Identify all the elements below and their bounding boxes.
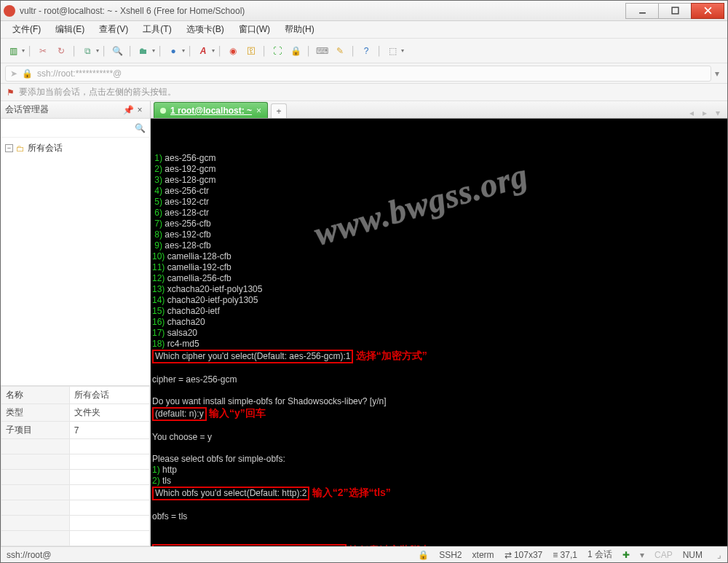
tab-menu-icon[interactable]: ▾ <box>711 108 724 118</box>
app-window: vultr - root@localhost: ~ - Xshell 6 (Fr… <box>0 0 728 563</box>
folder-icon[interactable]: 🖿 <box>135 43 151 59</box>
new-session-icon[interactable]: ▥ <box>5 43 21 59</box>
menu-tabs[interactable]: 选项卡(B) <box>181 22 230 37</box>
sidebar-header: 会话管理器 📌 × <box>1 101 150 119</box>
maximize-button[interactable] <box>658 3 692 19</box>
title-bar: vultr - root@localhost: ~ - Xshell 6 (Fr… <box>1 1 727 21</box>
prop-val <box>69 439 149 454</box>
collapse-icon[interactable]: − <box>5 144 13 152</box>
status-sessions: 1 会话 <box>587 548 612 561</box>
new-tab-button[interactable]: + <box>271 103 287 118</box>
tree-root[interactable]: − 🗀 所有会话 <box>5 142 146 154</box>
toolbar: ▥▾ │ ✂ ↻ │ ⧉▾ │ 🔍 │ 🖿▾ │ ●▾ │ A▾ │ ◉ ⚿ │… <box>1 39 727 63</box>
fullscreen-icon[interactable]: ⛶ <box>269 43 285 59</box>
window-buttons <box>626 3 724 19</box>
menu-help[interactable]: 帮助(H) <box>279 22 320 37</box>
prop-key: 子项目 <box>1 422 70 439</box>
sidebar-title: 会话管理器 <box>5 103 49 116</box>
status-bar: ssh://root@ 🔒 SSH2 xterm ⇄ 107x37 ≡ 37,1… <box>1 546 727 562</box>
status-conn: ssh://root@ <box>7 550 52 560</box>
menu-window[interactable]: 窗口(W) <box>233 22 276 37</box>
prop-val: 所有会话 <box>69 387 149 404</box>
pin-icon[interactable]: 📌 <box>122 105 134 115</box>
tab-close-icon[interactable]: × <box>256 106 261 116</box>
sidebar: 会话管理器 📌 × 🔍 − 🗀 所有会话 名称所有会话 类型文件夹 子 <box>1 101 151 546</box>
menu-tools[interactable]: 工具(T) <box>137 22 177 37</box>
flag-icon: ⚑ <box>7 87 15 98</box>
minimize-button[interactable] <box>625 3 659 19</box>
sidebar-close-icon[interactable]: × <box>134 105 146 115</box>
main: 1 root@localhost: ~ × + ◂ ▸ ▾ www.bwgss.… <box>151 101 727 546</box>
status-dot-icon <box>160 108 166 114</box>
menu-file[interactable]: 文件(F) <box>7 22 47 37</box>
globe-icon[interactable]: ● <box>165 43 181 59</box>
prop-key: 名称 <box>1 387 70 404</box>
prop-val: 文件夹 <box>69 404 149 422</box>
address-input[interactable]: ➤ 🔒 ssh://root:***********@ <box>5 66 711 82</box>
hint-bar: ⚑ 要添加当前会话，点击左侧的箭头按钮。 <box>1 84 727 101</box>
status-ssh: SSH2 <box>439 550 462 560</box>
status-lock-icon: 🔒 <box>418 550 429 560</box>
menu-bar: 文件(F) 编辑(E) 查看(V) 工具(T) 选项卡(B) 窗口(W) 帮助(… <box>1 21 727 39</box>
close-button[interactable] <box>691 3 724 19</box>
tab-nav-left-icon[interactable]: ◂ <box>685 108 698 118</box>
hint-text: 要添加当前会话，点击左侧的箭头按钮。 <box>19 86 176 98</box>
tree-root-label: 所有会话 <box>28 142 63 154</box>
tab-label: 1 root@localhost: ~ <box>170 106 252 116</box>
menu-edit[interactable]: 编辑(E) <box>50 22 90 37</box>
body: 会话管理器 📌 × 🔍 − 🗀 所有会话 名称所有会话 类型文件夹 子 <box>1 101 727 546</box>
prop-val: 7 <box>69 422 149 439</box>
reconnect-icon[interactable]: ↻ <box>53 43 69 59</box>
keyboard-icon[interactable]: ⌨ <box>314 43 330 59</box>
address-text: ssh://root:***********@ <box>37 68 122 79</box>
folder-icon: 🗀 <box>16 143 25 154</box>
sidebar-properties: 名称所有会话 类型文件夹 子项目7 <box>1 385 150 546</box>
status-cursor: ≡ 37,1 <box>553 550 577 560</box>
sidebar-search[interactable]: 🔍 <box>1 119 150 138</box>
search-icon[interactable]: 🔍 <box>109 43 125 59</box>
key-icon[interactable]: ⚿ <box>243 43 259 59</box>
status-plus-icon[interactable]: ✚ <box>622 550 630 560</box>
tab-bar: 1 root@localhost: ~ × + ◂ ▸ ▾ <box>151 101 727 119</box>
terminal-output: 1) aes-256-gcm 2) aes-192-gcm 3) aes-128… <box>152 153 726 546</box>
address-bar: ➤ 🔒 ssh://root:***********@ ▾ <box>1 63 727 84</box>
palette-icon[interactable]: ⬚ <box>384 43 400 59</box>
help-icon[interactable]: ? <box>358 43 374 59</box>
app-icon <box>4 5 15 17</box>
highlight-icon[interactable]: ✎ <box>332 43 348 59</box>
copy-icon[interactable]: ⧉ <box>79 43 95 59</box>
address-dropdown-icon[interactable]: ▾ <box>711 68 723 79</box>
tab-nav-right-icon[interactable]: ▸ <box>698 108 711 118</box>
status-size: ⇄ 107x37 <box>505 550 543 560</box>
status-termtype: xterm <box>472 550 494 560</box>
menu-view[interactable]: 查看(V) <box>93 22 134 37</box>
arrow-icon: ➤ <box>10 68 17 79</box>
prop-key: 类型 <box>1 404 70 422</box>
prop-key <box>1 439 70 454</box>
status-num: NUM <box>683 550 703 560</box>
terminal[interactable]: www.bwgss.org 1) aes-256-gcm 2) aes-192-… <box>151 119 727 546</box>
lock-small-icon: 🔒 <box>22 68 33 79</box>
lock-icon[interactable]: 🔒 <box>288 43 304 59</box>
session-tree[interactable]: − 🗀 所有会话 <box>1 138 150 385</box>
tab-session[interactable]: 1 root@localhost: ~ × <box>154 102 268 118</box>
font-icon[interactable]: A <box>195 43 211 59</box>
cut-icon[interactable]: ✂ <box>35 43 51 59</box>
search-icon: 🔍 <box>135 123 146 133</box>
stop-icon[interactable]: ◉ <box>225 43 241 59</box>
window-title: vultr - root@localhost: ~ - Xshell 6 (Fr… <box>20 6 626 16</box>
svg-rect-1 <box>672 7 678 14</box>
status-cap: CAP <box>654 550 673 560</box>
